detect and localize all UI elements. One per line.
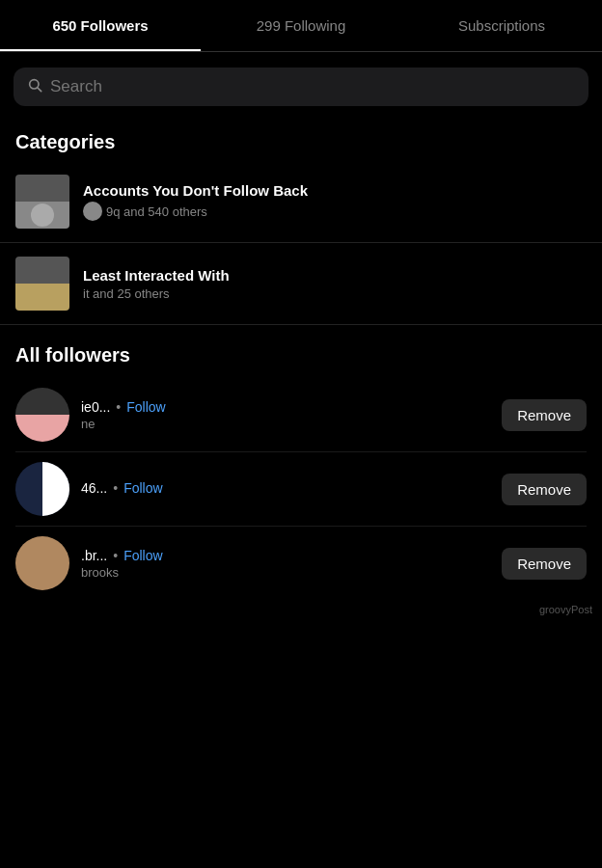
follow-button-1[interactable]: Follow bbox=[123, 480, 162, 496]
category-sub-1: 9q and 540 others bbox=[83, 202, 587, 221]
search-input[interactable] bbox=[50, 77, 575, 96]
follower-display-2: brooks bbox=[81, 565, 490, 580]
category-name-1: Accounts You Don't Follow Back bbox=[83, 182, 587, 199]
divider-categories bbox=[0, 242, 602, 243]
follow-button-2[interactable]: Follow bbox=[123, 548, 162, 563]
tab-subscriptions[interactable]: Subscriptions bbox=[401, 0, 602, 51]
tab-following[interactable]: 299 Following bbox=[201, 0, 401, 51]
follower-avatar-1 bbox=[15, 462, 69, 516]
follower-item-0: ie0... • Follow ne Remove bbox=[0, 378, 602, 451]
follower-avatar-2 bbox=[15, 536, 69, 590]
category-sub-2: it and 25 others bbox=[83, 286, 587, 301]
follower-username-2: .br... • Follow bbox=[81, 548, 490, 563]
tabs-bar: 650 Followers 299 Following Subscription… bbox=[0, 0, 602, 52]
follower-info-2: .br... • Follow brooks bbox=[81, 548, 490, 580]
category-info-2: Least Interacted With it and 25 others bbox=[83, 267, 587, 301]
category-thumb-2 bbox=[15, 257, 69, 311]
follow-button-0[interactable]: Follow bbox=[126, 399, 165, 415]
divider-categories-2 bbox=[0, 324, 602, 325]
category-item-no-follow-back[interactable]: Accounts You Don't Follow Back 9q and 54… bbox=[0, 165, 602, 238]
search-icon bbox=[27, 77, 42, 96]
follower-item-2: .br... • Follow brooks Remove bbox=[0, 527, 602, 600]
followers-section: All followers ie0... • Follow ne Remove … bbox=[0, 335, 602, 600]
follower-item-1: 46... • Follow Remove bbox=[0, 452, 602, 526]
followers-title: All followers bbox=[0, 335, 602, 378]
follower-username-0: ie0... • Follow bbox=[81, 399, 490, 415]
category-name-2: Least Interacted With bbox=[83, 267, 587, 284]
remove-button-2[interactable]: Remove bbox=[502, 548, 587, 580]
category-item-least-interacted[interactable]: Least Interacted With it and 25 others bbox=[0, 247, 602, 320]
follower-display-0: ne bbox=[81, 417, 490, 431]
svg-line-1 bbox=[38, 88, 41, 92]
follower-info-1: 46... • Follow bbox=[81, 480, 490, 498]
follower-username-1: 46... • Follow bbox=[81, 480, 490, 496]
search-bar[interactable] bbox=[14, 68, 588, 106]
category-info-1: Accounts You Don't Follow Back 9q and 54… bbox=[83, 182, 587, 221]
category-thumb-1 bbox=[15, 175, 69, 229]
categories-title: Categories bbox=[0, 122, 602, 165]
watermark: groovyPost bbox=[0, 600, 602, 619]
follower-avatar-0 bbox=[15, 388, 69, 442]
follower-info-0: ie0... • Follow ne bbox=[81, 399, 490, 431]
remove-button-0[interactable]: Remove bbox=[502, 399, 587, 431]
tab-followers[interactable]: 650 Followers bbox=[0, 0, 201, 51]
remove-button-1[interactable]: Remove bbox=[502, 474, 587, 505]
